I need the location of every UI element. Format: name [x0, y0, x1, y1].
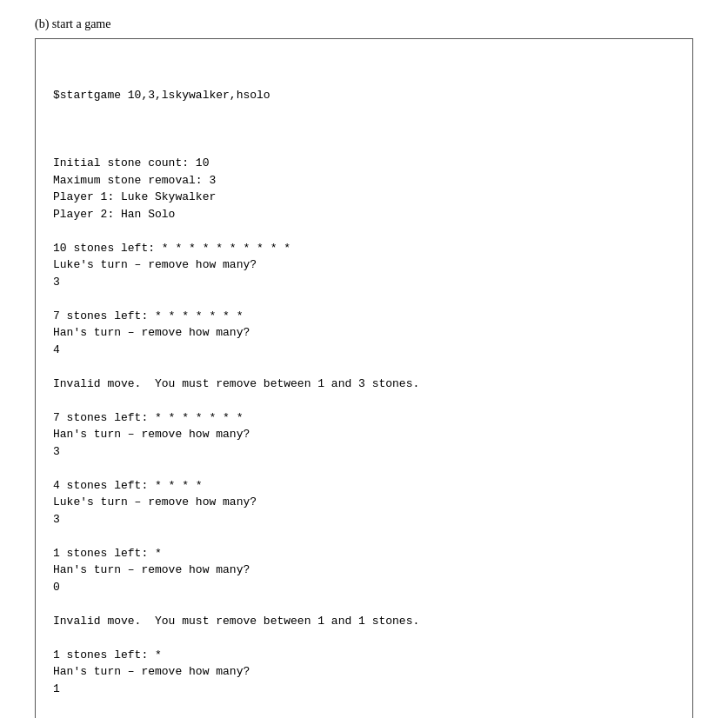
terminal-line: Han's turn – remove how many? — [53, 426, 675, 443]
terminal-line — [53, 138, 675, 156]
terminal-line — [53, 358, 675, 376]
terminal-line: Han's turn – remove how many? — [53, 324, 675, 342]
terminal-line: Luke's turn – remove how many? — [53, 256, 675, 274]
terminal-line — [53, 697, 675, 715]
terminal-line: 3 — [53, 443, 675, 461]
terminal-line: Player 2: Han Solo — [53, 206, 675, 223]
terminal-line: 1 stones left: * — [53, 545, 675, 562]
terminal-line: 3 — [53, 511, 675, 529]
terminal-line: 7 stones left: * * * * * * * — [53, 409, 675, 427]
terminal-line — [53, 595, 675, 613]
terminal-line — [53, 528, 675, 545]
terminal-line — [53, 290, 675, 308]
terminal-line: Luke's turn – remove how many? — [53, 494, 675, 511]
terminal-line: 4 — [53, 342, 675, 359]
terminal-box: $startgame 10,3,lskywalker,hsolo Initial… — [35, 38, 693, 718]
terminal-line: 0 — [53, 579, 675, 596]
terminal-line: Maximum stone removal: 3 — [53, 172, 675, 189]
terminal-line: Invalid move. You must remove between 1 … — [53, 613, 675, 630]
terminal-command: $startgame 10,3,lskywalker,hsolo — [53, 87, 675, 104]
terminal-line — [53, 460, 675, 477]
terminal-line: 1 stones left: * — [53, 647, 675, 664]
terminal-output: Initial stone count: 10Maximum stone rem… — [53, 138, 675, 719]
terminal-line: 1 — [53, 681, 675, 698]
terminal-line: 3 — [53, 274, 675, 291]
terminal-line: Initial stone count: 10 — [53, 155, 675, 172]
terminal-line: Game Over — [53, 715, 675, 719]
terminal-line: 10 stones left: * * * * * * * * * * — [53, 240, 675, 257]
terminal-line: Han's turn – remove how many? — [53, 562, 675, 579]
section-label: (b) start a game — [35, 17, 693, 31]
terminal-line: 4 stones left: * * * * — [53, 477, 675, 495]
terminal-line: Han's turn – remove how many? — [53, 663, 675, 681]
terminal-line — [53, 223, 675, 240]
terminal-line — [53, 392, 675, 409]
terminal-line: Player 1: Luke Skywalker — [53, 189, 675, 206]
terminal-line: 7 stones left: * * * * * * * — [53, 308, 675, 325]
terminal-line — [53, 629, 675, 647]
terminal-line: Invalid move. You must remove between 1 … — [53, 376, 675, 393]
